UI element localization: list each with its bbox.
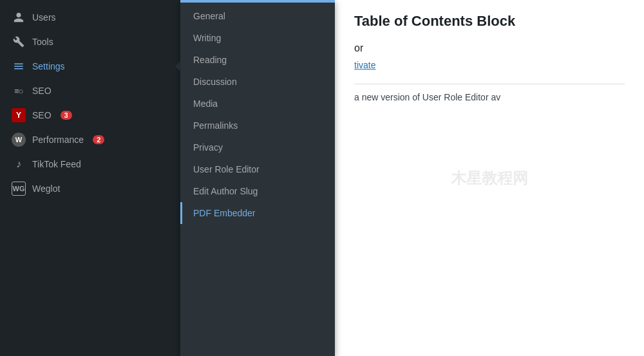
performance-badge: 2 [93,135,104,144]
sidebar-item-performance[interactable]: W Performance 2 [0,127,180,152]
dropdown-item-discussion[interactable]: Discussion [180,71,335,93]
performance-icon: W [12,133,26,147]
new-version-notice: a new version of User Role Editor av [354,84,625,102]
users-icon [12,10,26,24]
sidebar-item-tiktok[interactable]: ♪ TikTok Feed [0,152,180,176]
dropdown-item-user-role-editor[interactable]: User Role Editor [180,158,335,180]
plugin-or-section: or tivate [354,42,625,71]
main-content: Table of Contents Block or tivate a new … [335,0,644,356]
dropdown-item-reading[interactable]: Reading [180,49,335,71]
plugin-or-text: or [354,42,625,54]
dropdown-item-general[interactable]: General [180,5,335,27]
dropdown-item-pdf-embedder[interactable]: PDF Embedder [180,202,335,224]
dropdown-item-writing[interactable]: Writing [180,27,335,49]
tiktok-icon: ♪ [12,157,26,171]
settings-arrow [175,61,180,71]
sidebar-label-seo-yoast: SEO [32,110,52,120]
dropdown-item-media[interactable]: Media [180,93,335,115]
dropdown-item-privacy[interactable]: Privacy [180,136,335,158]
sidebar-label-performance: Performance [32,135,84,145]
sidebar-label-settings: Settings [32,61,65,71]
seo-icon: ≡○ [12,84,26,98]
watermark: 木星教程网 [451,168,528,189]
dropdown-item-permalinks[interactable]: Permalinks [180,115,335,136]
dropdown-item-edit-author-slug[interactable]: Edit Author Slug [180,180,335,202]
sidebar-item-seo-top[interactable]: ≡○ SEO [0,79,180,103]
sidebar-item-weglot[interactable]: WG Weglot [0,176,180,201]
seo-badge: 3 [61,111,72,120]
sidebar-label-weglot: Weglot [32,183,60,194]
sidebar-item-seo-yoast[interactable]: Y SEO 3 [0,103,180,127]
sidebar-item-users[interactable]: Users [0,5,180,30]
settings-dropdown: General Writing Reading Discussion Media… [180,0,335,356]
settings-submenu-wrapper: Settings [0,54,180,79]
sidebar-item-settings[interactable]: Settings [0,54,180,79]
weglot-icon: WG [12,182,26,196]
settings-icon [12,59,26,73]
sidebar-label-seo-top: SEO [32,86,52,96]
activate-link[interactable]: tivate [354,60,375,70]
sidebar-label-users: Users [32,12,56,23]
page-title: Table of Contents Block [354,13,625,30]
sidebar-label-tiktok: TikTok Feed [32,159,81,169]
sidebar-item-tools[interactable]: Tools [0,30,180,54]
sidebar: Users Tools Settings ≡○ SEO Y SEO 3 W [0,0,180,356]
sidebar-label-tools: Tools [32,37,53,47]
yoast-icon: Y [12,108,26,122]
tools-icon [12,35,26,49]
